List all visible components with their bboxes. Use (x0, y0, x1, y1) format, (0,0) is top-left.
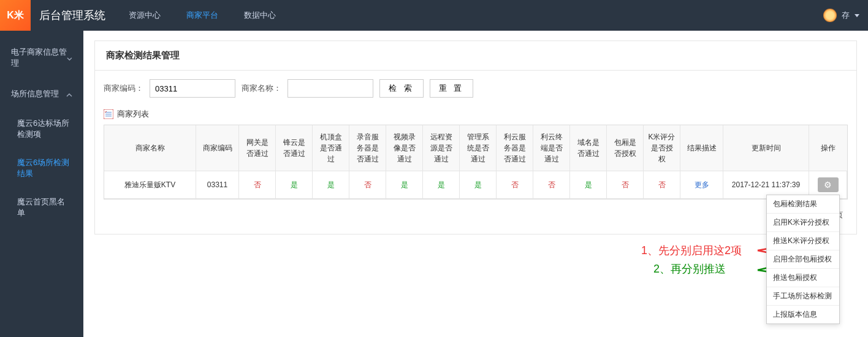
dd-推送包厢授权[interactable]: 推送包厢授权 (767, 269, 839, 287)
pagination: /1 页 (104, 199, 848, 225)
col-K米: K米评分是否授权 (644, 125, 680, 171)
col-商家名称: 商家名称 (104, 125, 196, 171)
result-table: 商家名称 商家编码 网关是否通过 锋云是否通过 机顶盒是否通过 录音服务器是否通… (104, 125, 848, 199)
list-title: 商家列表 (117, 109, 149, 120)
cell-v9: 是 (570, 171, 607, 199)
logo: K米 (0, 0, 31, 31)
row-actions-dropdown: 包厢检测结果 启用K米评分授权 推送K米评分授权 启用全部包厢授权 推送包厢授权… (766, 195, 840, 324)
cell-code: 03311 (196, 171, 239, 199)
col-视频: 视频录像是否通过 (386, 125, 423, 171)
chevron-up-icon (66, 91, 72, 97)
filter-code-label: 商家编码： (104, 83, 143, 94)
col-录音: 录音服务器是否通过 (349, 125, 386, 171)
nav-数据中心[interactable]: 数据中心 (233, 0, 287, 31)
gear-icon: ⚙ (824, 180, 832, 190)
app-header: K米 后台管理系统 资源中心 商家平台 数据中心 存 (0, 0, 868, 31)
col-网关: 网关是否通过 (239, 125, 276, 171)
top-nav: 资源中心 商家平台 数据中心 (118, 0, 287, 31)
cell-v10: 否 (607, 171, 644, 199)
col-更新时间: 更新时间 (723, 125, 809, 171)
user-label: 存 (842, 10, 850, 21)
nav-商家平台[interactable]: 商家平台 (175, 0, 229, 31)
sidebar-group-label: 场所信息管理 (11, 88, 59, 99)
user-menu[interactable]: 存 (823, 9, 868, 22)
panel: 商家检测结果管理 商家编码： 商家名称： 检 索 重 置 商家列表 (94, 41, 857, 234)
chevron-down-icon (855, 14, 859, 17)
sidebar-item-魔云6达标场所检测项[interactable]: 魔云6达标场所检测项 (6, 109, 83, 149)
row-actions-button[interactable]: ⚙ (818, 177, 839, 192)
sidebar-item-魔云首页黑名单[interactable]: 魔云首页黑名单 (6, 188, 83, 227)
cell-more[interactable]: 更多 (680, 171, 723, 199)
search-button[interactable]: 检 索 (379, 79, 424, 98)
dd-上报版本信息[interactable]: 上报版本信息 (767, 306, 839, 323)
cell-v1: 是 (276, 171, 313, 199)
cell-v0: 否 (239, 171, 276, 199)
col-管理: 管理系统是否通过 (460, 125, 497, 171)
dd-推送K米评分授权[interactable]: 推送K米评分授权 (767, 232, 839, 250)
filter-name-label: 商家名称： (242, 83, 281, 94)
checklist-icon (104, 109, 113, 119)
filter-bar: 商家编码： 商家名称： 检 索 重 置 (104, 79, 848, 98)
dd-包厢检测结果[interactable]: 包厢检测结果 (767, 195, 839, 214)
sidebar-item-魔云6场所检测结果[interactable]: 魔云6场所检测结果 (6, 149, 83, 188)
dd-启用K米评分授权[interactable]: 启用K米评分授权 (767, 214, 839, 232)
merchant-name-input[interactable] (287, 79, 373, 98)
chevron-down-icon (67, 55, 72, 61)
sidebar: 电子商家信息管理 场所信息管理 魔云6达标场所检测项 魔云6场所检测结果 魔云首… (0, 31, 83, 337)
cell-v4: 是 (386, 171, 423, 199)
col-利云服: 利云服务器是否通过 (497, 125, 533, 171)
brand-title: 后台管理系统 (31, 8, 118, 23)
main-content: 商家检测结果管理 商家编码： 商家名称： 检 索 重 置 商家列表 (83, 31, 868, 337)
cell-v6: 是 (460, 171, 497, 199)
nav-资源中心[interactable]: 资源中心 (118, 0, 172, 31)
col-机顶盒: 机顶盒是否通过 (313, 125, 349, 171)
cell-v3: 否 (349, 171, 386, 199)
cell-v11: 否 (644, 171, 680, 199)
col-远程: 远程资源是否通过 (423, 125, 460, 171)
col-域名: 域名是否通过 (570, 125, 607, 171)
cell-name: 雅迪乐量贩KTV (104, 171, 196, 199)
sidebar-group-场所信息管理[interactable]: 场所信息管理 (0, 79, 83, 109)
sidebar-group-电子商家信息管理[interactable]: 电子商家信息管理 (0, 37, 83, 79)
col-操作: 操作 (809, 125, 847, 171)
cell-v5: 是 (423, 171, 460, 199)
cell-v7: 否 (497, 171, 533, 199)
col-包厢: 包厢是否授权 (607, 125, 644, 171)
reset-button[interactable]: 重 置 (430, 79, 474, 98)
table-row: 雅迪乐量贩KTV 03311 否 是 是 否 是 是 是 否 否 是 (104, 171, 847, 199)
col-结果描述: 结果描述 (680, 125, 723, 171)
col-利云端: 利云终端是否通过 (533, 125, 570, 171)
dd-启用全部包厢授权[interactable]: 启用全部包厢授权 (767, 250, 839, 269)
merchant-code-input[interactable] (150, 79, 235, 98)
avatar (823, 9, 837, 22)
annotation-line-1: 1、先分别启用这2项 (641, 243, 742, 258)
annotation-line-2: 2、再分别推送 (653, 261, 726, 276)
dd-手工场所达标检测[interactable]: 手工场所达标检测 (767, 287, 839, 306)
sidebar-group-label: 电子商家信息管理 (11, 47, 67, 69)
cell-v2: 是 (313, 171, 349, 199)
col-商家编码: 商家编码 (196, 125, 239, 171)
panel-title: 商家检测结果管理 (95, 41, 856, 71)
cell-v8: 否 (533, 171, 570, 199)
col-锋云: 锋云是否通过 (276, 125, 313, 171)
